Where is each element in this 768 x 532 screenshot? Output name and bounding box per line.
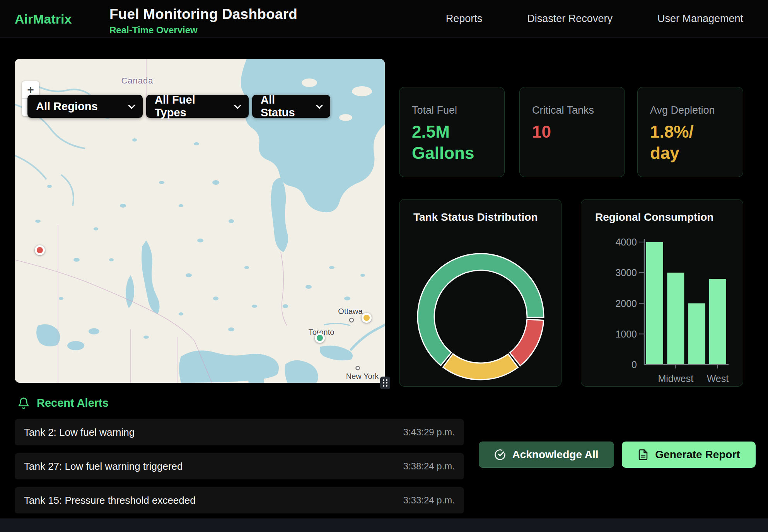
tank-status-card: Tank Status Distribution [399, 199, 561, 387]
alert-row[interactable]: Tank 27: Low fuel warning triggered 3:38… [15, 453, 464, 479]
page-subtitle: Real-Time Overview [109, 25, 297, 36]
alert-row[interactable]: Tank 2: Low fuel warning 3:43:29 p.m. [15, 419, 464, 445]
tank-marker-critical[interactable] [35, 245, 45, 255]
stat-card-avg-depletion: Avg Depletion 1.8%/ day [637, 87, 743, 177]
chevron-down-icon [316, 102, 323, 109]
main-nav: Reports Disaster Recovery User Managemen… [446, 0, 743, 38]
stat-label: Total Fuel [412, 104, 492, 116]
stat-label: Avg Depletion [650, 104, 730, 116]
donut-segment-yellow [443, 354, 518, 380]
bar-3 [709, 279, 726, 365]
dashboard-root: AirMatrix Fuel Monitoring Dashboard Real… [0, 0, 768, 532]
filter-regions-dropdown[interactable]: All Regions [27, 95, 143, 118]
bar-0 [646, 242, 663, 365]
tank-marker-normal[interactable] [315, 333, 325, 343]
page-title: Fuel Monitoring Dashboard [109, 6, 297, 22]
alert-time: 3:38:24 p.m. [403, 461, 455, 472]
alert-text: Tank 27: Low fuel warning triggered [24, 460, 183, 472]
nav-reports[interactable]: Reports [446, 13, 483, 25]
filter-fuel-types-label: All Fuel Types [155, 94, 227, 119]
header: AirMatrix Fuel Monitoring Dashboard Real… [0, 0, 768, 38]
bar-1 [667, 273, 684, 365]
stat-card-critical-tanks: Critical Tanks 10 [519, 87, 625, 177]
stat-value-avg-depletion: 1.8%/ day [650, 121, 730, 164]
document-icon [637, 449, 649, 460]
generate-report-label: Generate Report [655, 448, 740, 461]
regional-consumption-card: Regional Consumption 01000200030004000Mi… [581, 199, 743, 387]
generate-report-button[interactable]: Generate Report [622, 442, 756, 468]
map-resize-handle[interactable] [380, 377, 390, 389]
y-tick-label: 3000 [615, 267, 637, 278]
donut-segment-red [510, 319, 543, 366]
nav-disaster-recovery[interactable]: Disaster Recovery [527, 13, 613, 25]
title-block: Fuel Monitoring Dashboard Real-Time Over… [109, 6, 297, 36]
recent-alerts-label: Recent Alerts [37, 397, 109, 409]
check-circle-icon [494, 449, 506, 460]
stat-card-total-fuel: Total Fuel 2.5M Gallons [399, 87, 505, 177]
x-tick-label: West [707, 373, 729, 384]
chevron-down-icon [234, 102, 241, 109]
alert-time: 3:43:29 p.m. [403, 427, 455, 438]
nav-user-management[interactable]: User Management [657, 13, 743, 25]
stat-value-total-fuel: 2.5M Gallons [412, 121, 492, 164]
donut-chart [399, 200, 562, 387]
y-tick-label: 0 [631, 359, 637, 370]
bar-chart: 01000200030004000MidwestWest [581, 200, 744, 387]
alert-row[interactable]: Tank 15: Pressure threshold exceeded 3:3… [15, 487, 464, 513]
recent-alerts-heading: Recent Alerts [17, 397, 109, 409]
bar-2 [688, 304, 705, 365]
map-panel[interactable]: Canada Ottawa Toronto New York + − All R… [15, 59, 385, 383]
newyork-town-dot [356, 367, 360, 370]
bottom-strip [0, 518, 768, 532]
alert-text: Tank 2: Low fuel warning [24, 426, 135, 438]
y-tick-label: 2000 [615, 298, 637, 309]
chevron-down-icon [128, 102, 135, 109]
alert-time: 3:33:24 p.m. [403, 495, 455, 506]
x-tick-label: Midwest [658, 373, 693, 384]
ottawa-town-dot [350, 318, 353, 322]
filter-regions-label: All Regions [36, 100, 98, 113]
stat-label: Critical Tanks [532, 104, 612, 116]
acknowledge-all-button[interactable]: Acknowledge All [479, 442, 614, 468]
alert-text: Tank 15: Pressure threshold exceeded [24, 494, 196, 506]
filter-status-label: All Status [261, 94, 309, 119]
y-tick-label: 4000 [615, 237, 637, 247]
filter-fuel-types-dropdown[interactable]: All Fuel Types [146, 95, 249, 118]
filter-status-dropdown[interactable]: All Status [252, 95, 330, 118]
tank-marker-warning[interactable] [362, 313, 372, 323]
stat-value-critical-tanks: 10 [532, 121, 612, 142]
map-filters: All Regions All Fuel Types All Status [27, 95, 330, 118]
brand-logo: AirMatrix [15, 12, 72, 27]
y-tick-label: 1000 [615, 329, 637, 339]
bell-icon [17, 397, 30, 409]
acknowledge-all-label: Acknowledge All [512, 448, 598, 461]
